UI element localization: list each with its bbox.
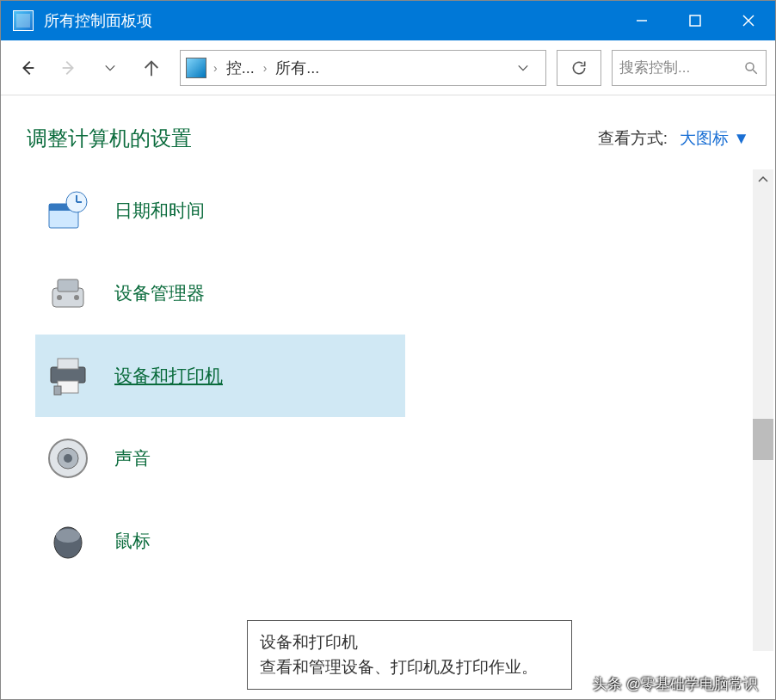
page-title: 调整计算机的设置 [27, 125, 192, 152]
svg-point-7 [746, 63, 754, 71]
hardware-chip-icon [46, 271, 90, 316]
item-devices-printers[interactable]: 设备和打印机 [35, 335, 405, 417]
forward-button[interactable] [51, 50, 87, 86]
svg-point-26 [56, 529, 80, 543]
window-buttons [615, 1, 775, 40]
recent-dropdown[interactable] [92, 50, 128, 86]
tooltip-body: 查看和管理设备、打印机及打印作业。 [260, 654, 559, 679]
item-date-time[interactable]: 日期和时间 [35, 169, 405, 252]
speaker-icon [46, 436, 90, 481]
item-label: 日期和时间 [114, 199, 205, 223]
search-input[interactable]: 搜索控制... [612, 50, 767, 86]
scroll-up-icon[interactable] [753, 169, 773, 190]
chevron-right-icon[interactable]: › [210, 61, 221, 75]
svg-point-16 [57, 295, 62, 300]
content-header: 调整计算机的设置 查看方式: 大图标 ▼ [1, 95, 775, 169]
svg-line-8 [753, 70, 757, 74]
address-bar[interactable]: › 控... › 所有... [180, 50, 546, 86]
svg-rect-15 [58, 279, 78, 292]
item-device-manager[interactable]: 设备管理器 [35, 252, 405, 335]
svg-point-24 [64, 454, 72, 463]
titlebar: 所有控制面板项 [1, 1, 775, 40]
scrollbar[interactable] [753, 169, 773, 651]
view-dropdown[interactable]: 大图标 ▼ [680, 127, 749, 150]
breadcrumb-all-items[interactable]: 所有... [274, 58, 321, 78]
breadcrumb-control-panel[interactable]: 控... [225, 58, 256, 78]
item-label: 设备和打印机 [114, 364, 223, 388]
window-title: 所有控制面板项 [44, 10, 615, 31]
svg-rect-21 [54, 386, 61, 395]
content-area: 日期和时间 设备管理器 设备和打印机 声音 鼠标 设备和打印机 查看和管理设备、… [1, 169, 775, 651]
printer-icon [46, 353, 90, 398]
control-panel-icon [186, 58, 206, 78]
search-placeholder: 搜索控制... [619, 58, 690, 77]
address-dropdown[interactable] [506, 62, 540, 74]
search-icon [743, 60, 759, 76]
view-label: 查看方式: [598, 127, 668, 150]
view-mode: 查看方式: 大图标 ▼ [598, 127, 749, 150]
mouse-icon [46, 519, 90, 563]
svg-rect-19 [58, 359, 78, 369]
navigation-bar: › 控... › 所有... 搜索控制... [1, 40, 775, 95]
tooltip: 设备和打印机 查看和管理设备、打印机及打印作业。 [247, 620, 572, 690]
svg-rect-1 [690, 15, 700, 26]
item-label: 鼠标 [114, 529, 151, 553]
back-button[interactable] [9, 50, 46, 86]
scroll-thumb[interactable] [753, 419, 773, 460]
maximize-button[interactable] [668, 1, 722, 40]
chevron-right-icon[interactable]: › [260, 61, 271, 75]
up-button[interactable] [133, 50, 169, 86]
control-panel-app-icon [13, 10, 34, 31]
clock-calendar-icon [46, 188, 90, 233]
item-sound[interactable]: 声音 [35, 417, 405, 500]
tooltip-title: 设备和打印机 [260, 629, 559, 654]
watermark: 头条 @零基础学电脑常识 [593, 674, 758, 694]
minimize-button[interactable] [615, 1, 668, 40]
close-button[interactable] [722, 1, 775, 40]
item-label: 设备管理器 [114, 281, 205, 305]
refresh-button[interactable] [557, 50, 601, 86]
svg-rect-18 [51, 367, 85, 383]
item-label: 声音 [114, 446, 151, 470]
item-mouse[interactable]: 鼠标 [35, 500, 405, 582]
svg-point-17 [74, 295, 79, 300]
